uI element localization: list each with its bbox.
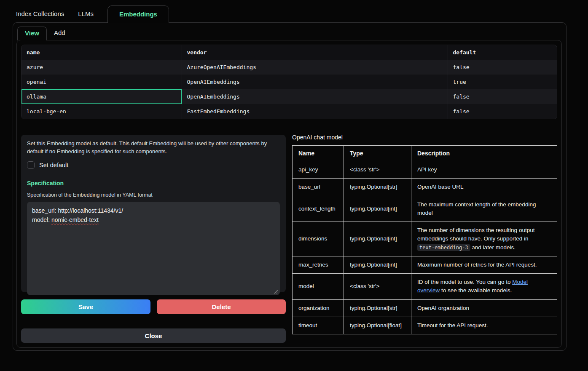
param-row-base-url: base_url typing.Optional[str] OpenAI bas…	[293, 179, 557, 196]
model-name-cell[interactable]: openai	[21, 75, 182, 89]
model-vendor-cell: AzureOpenAIEmbeddings	[182, 60, 448, 75]
models-header-default: default	[448, 45, 557, 60]
description-text: OpenAI base URL	[417, 184, 464, 190]
set-default-description: Set this Embedding model as default. Thi…	[27, 140, 280, 156]
model-vendor-cell: FastEmbedEmbeddings	[182, 104, 448, 119]
view-panel: name vendor default azure AzureOpenAIEmb…	[16, 40, 562, 348]
params-header-type: Type	[344, 146, 411, 161]
textarea-resize-handle[interactable]	[274, 289, 278, 294]
misspelled-word: nomic-embed-text	[51, 216, 99, 223]
description-text: Timeout for the API request.	[417, 322, 488, 328]
app-root: { "tabs": [ { "label": "Index Collection…	[0, 0, 588, 371]
model-row-azure[interactable]: azure AzureOpenAIEmbeddings false	[21, 60, 557, 75]
param-row-dimensions: dimensions typing.Optional[int] The numb…	[293, 222, 557, 256]
param-row-context-length: context_length typing.Optional[int] The …	[293, 196, 557, 222]
param-description-cell: API key	[411, 161, 557, 179]
model-default-cell: true	[448, 75, 557, 89]
param-type-cell: typing.Optional[int]	[344, 256, 411, 273]
param-description-cell: Maximum number of retries for the API re…	[411, 256, 557, 273]
tab-llms[interactable]: LLMs	[78, 10, 94, 23]
tab-embeddings[interactable]: Embeddings	[107, 5, 169, 23]
subtab-add[interactable]: Add	[47, 27, 72, 40]
set-default-row: Set default	[27, 161, 280, 169]
specification-help-text: Specification of the Embedding model in …	[27, 192, 280, 198]
param-type-cell: typing.Optional[str]	[344, 299, 411, 317]
yaml-spec-textarea[interactable]: base_url: http://localhost:11434/v1/ mod…	[27, 202, 280, 295]
yaml-line-2: model: nomic-embed-text	[32, 215, 275, 224]
param-row-max-retries: max_retries typing.Optional[int] Maximum…	[293, 256, 557, 273]
param-name-cell: model	[293, 274, 344, 300]
view-add-tab-bar: View Add	[17, 27, 72, 40]
subtab-view[interactable]: View	[17, 27, 47, 40]
param-type-cell: <class 'str'>	[344, 161, 411, 179]
param-name-cell: api_key	[293, 161, 344, 179]
description-text: Maximum number of retries for the API re…	[417, 262, 537, 268]
description-text: API key	[417, 166, 437, 173]
save-button[interactable]: Save	[21, 299, 150, 314]
params-header-row: Name Type Description	[293, 146, 557, 161]
param-description-cell: OpenAI organization	[411, 299, 557, 317]
model-row-ollama[interactable]: ollama OpenAIEmbeddings false	[21, 89, 557, 104]
params-header-description: Description	[411, 146, 557, 161]
param-type-cell: typing.Optional[int]	[344, 196, 411, 222]
description-text: ID of the model to use. You can go to	[417, 279, 512, 285]
inline-code: text-embedding-3	[417, 244, 470, 251]
models-header-row: name vendor default	[21, 45, 557, 60]
model-row-openai[interactable]: openai OpenAIEmbeddings true	[21, 75, 557, 89]
param-row-api-key: api_key <class 'str'> API key	[293, 161, 557, 179]
set-default-label: Set default	[39, 162, 68, 168]
param-name-cell: timeout	[293, 317, 344, 334]
param-type-cell: typing.Optional[float]	[344, 317, 411, 334]
model-default-cell: false	[448, 60, 557, 75]
description-text: The maximum context length of the embedd…	[417, 201, 536, 216]
param-description-cell: ID of the model to use. You can go to Mo…	[411, 274, 557, 300]
models-header-name: name	[21, 45, 182, 60]
close-button[interactable]: Close	[21, 328, 286, 343]
param-type-cell: typing.Optional[int]	[344, 222, 411, 256]
param-description-cell: The maximum context length of the embedd…	[411, 196, 557, 222]
details-title: OpenAI chat model	[292, 134, 557, 141]
specification-heading: Specification	[27, 180, 280, 187]
model-default-cell: false	[448, 89, 557, 104]
params-header-name: Name	[293, 146, 344, 161]
param-row-model: model <class 'str'> ID of the model to u…	[293, 274, 557, 300]
param-name-cell: context_length	[293, 196, 344, 222]
description-text: OpenAI organization	[417, 305, 469, 311]
param-description-cell: OpenAI base URL	[411, 179, 557, 196]
description-text: to see the available models.	[440, 287, 512, 294]
delete-button[interactable]: Delete	[157, 299, 286, 314]
model-row-local-bge-en[interactable]: local-bge-en FastEmbedEmbeddings false	[21, 104, 557, 119]
embedding-config-panel: Set this Embedding model as default. Thi…	[21, 135, 286, 292]
model-name-cell[interactable]: local-bge-en	[21, 104, 182, 119]
main-tab-bar: Index Collections LLMs Embeddings	[13, 5, 169, 23]
model-vendor-cell: OpenAIEmbeddings	[182, 89, 448, 104]
param-row-organization: organization typing.Optional[str] OpenAI…	[293, 299, 557, 317]
embeddings-panel: View Add name vendor default azure Azure…	[13, 22, 567, 351]
model-vendor-cell: OpenAIEmbeddings	[182, 75, 448, 89]
embedding-models-table: name vendor default azure AzureOpenAIEmb…	[21, 45, 557, 119]
param-type-cell: <class 'str'>	[344, 274, 411, 300]
description-text: and later models.	[470, 244, 516, 251]
model-details-panel: OpenAI chat model Name Type Description …	[292, 134, 557, 334]
set-default-checkbox[interactable]	[27, 161, 35, 169]
tab-index-collections[interactable]: Index Collections	[16, 10, 64, 23]
description-text: The number of dimensions the resulting o…	[417, 227, 534, 242]
param-name-cell: organization	[293, 299, 344, 317]
param-row-timeout: timeout typing.Optional[float] Timeout f…	[293, 317, 557, 334]
action-button-row: Save Delete	[21, 299, 286, 314]
yaml-line-1: base_url: http://localhost:11434/v1/	[32, 206, 275, 215]
model-name-cell[interactable]: azure	[21, 60, 182, 75]
parameters-table: Name Type Description api_key <class 'st…	[292, 145, 557, 334]
models-header-vendor: vendor	[182, 45, 448, 60]
param-description-cell: The number of dimensions the resulting o…	[411, 222, 557, 256]
model-default-cell: false	[448, 104, 557, 119]
param-name-cell: dimensions	[293, 222, 344, 256]
param-description-cell: Timeout for the API request.	[411, 317, 557, 334]
param-name-cell: base_url	[293, 179, 344, 196]
param-name-cell: max_retries	[293, 256, 344, 273]
model-name-cell[interactable]: ollama	[21, 89, 182, 104]
param-type-cell: typing.Optional[str]	[344, 179, 411, 196]
